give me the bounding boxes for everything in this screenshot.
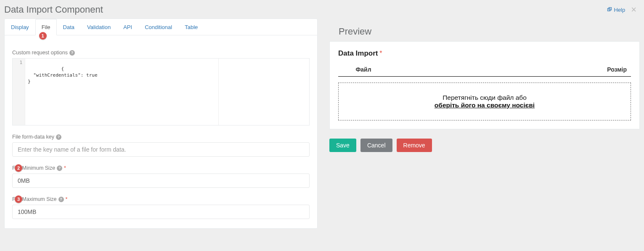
tab-file-label: File (42, 24, 50, 30)
tab-conditional[interactable]: Conditional (138, 19, 178, 35)
tab-display[interactable]: Display (5, 19, 35, 35)
callout-badge-3: 3 (15, 195, 22, 203)
required-marker: * (66, 196, 68, 202)
column-file: Файл (338, 66, 389, 73)
form-data-key-label: File form-data key (12, 134, 54, 140)
code-area[interactable]: { "withCredentials": true } (25, 59, 309, 125)
tab-table[interactable]: Table (178, 19, 204, 35)
code-text: { "withCredentials": true } (28, 66, 98, 84)
file-max-size-input[interactable] (12, 205, 310, 219)
callout-badge-1: 1 (39, 32, 47, 40)
remove-button[interactable]: Remove (397, 139, 432, 152)
code-editor[interactable]: 1 { "withCredentials": true } (12, 58, 310, 125)
help-icon[interactable]: ? (56, 134, 61, 140)
form-data-key-input[interactable] (12, 142, 310, 157)
dropzone-text: Перетягніть сюди файл або (343, 94, 626, 101)
help-label: Help (614, 7, 625, 13)
column-size: Розмір (607, 66, 631, 73)
help-icon[interactable]: ? (69, 50, 75, 56)
code-ruler (218, 59, 219, 125)
preview-title: Preview (339, 26, 631, 37)
file-min-size-input[interactable] (12, 174, 310, 188)
file-dropzone[interactable]: Перетягніть сюди файл або оберіть його н… (338, 83, 631, 120)
browse-link[interactable]: оберіть його на своєму носієві (343, 101, 626, 109)
code-gutter: 1 (13, 59, 25, 125)
help-icon[interactable]: ? (57, 166, 62, 171)
popout-icon (607, 7, 612, 12)
close-icon[interactable]: × (631, 5, 636, 14)
data-import-label: Data Import (338, 49, 378, 57)
required-marker: * (64, 165, 66, 171)
tab-file[interactable]: File 1 (35, 19, 57, 35)
tab-validation[interactable]: Validation (81, 19, 117, 35)
callout-badge-2: 2 (15, 164, 22, 172)
help-icon[interactable]: ? (58, 197, 64, 202)
required-marker: * (379, 50, 382, 57)
custom-request-label: Custom request options (12, 50, 68, 56)
tab-data[interactable]: Data (57, 19, 81, 35)
save-button[interactable]: Save (329, 139, 356, 152)
cancel-button[interactable]: Cancel (360, 139, 392, 152)
help-link[interactable]: Help (607, 7, 625, 13)
page-title: Data Import Component (4, 4, 103, 15)
tab-api[interactable]: API (117, 19, 138, 35)
